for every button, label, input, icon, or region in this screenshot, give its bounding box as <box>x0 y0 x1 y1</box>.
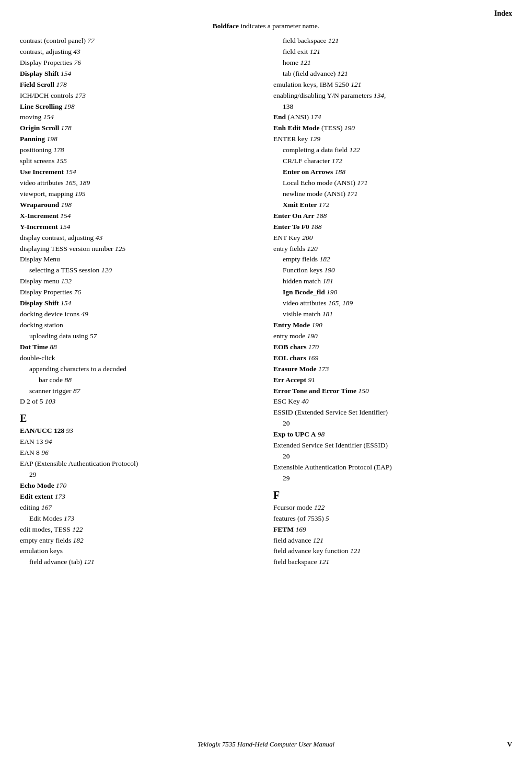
list-item: Display menu 132 <box>20 276 259 287</box>
page-number: 150 <box>358 387 368 395</box>
page-number: 178 <box>61 124 72 132</box>
page-number: 190 <box>312 321 322 329</box>
list-item: split screens 155 <box>20 156 259 167</box>
page-number: 121 <box>328 37 339 44</box>
page-number: 170 <box>308 343 319 351</box>
list-item: 20 <box>273 451 512 462</box>
intro-text: indicates a parameter name. <box>239 22 319 30</box>
page-number: 170 <box>56 481 66 489</box>
list-item: entry mode 190 <box>273 331 512 342</box>
list-item: edit modes, TESS 122 <box>20 524 259 535</box>
list-item: Y-Increment 154 <box>20 222 259 233</box>
left-column: contrast (control panel) 77contrast, adj… <box>20 36 259 568</box>
page-number: 198 <box>47 135 57 143</box>
bold-term: Ign Bcode_fld <box>283 288 325 296</box>
list-item: hidden match 181 <box>273 276 512 287</box>
page-number: 121 <box>319 558 329 566</box>
bold-term: Err Accept <box>273 376 306 384</box>
list-item: Enter On Arr 188 <box>273 211 512 222</box>
page-number: 77 <box>87 37 95 44</box>
bold-term: End <box>273 113 286 121</box>
list-item: EAP (Extensible Authentication Protocol) <box>20 458 259 469</box>
list-item: Err Accept 91 <box>273 375 512 386</box>
list-item: tab (field advance) 121 <box>273 68 512 79</box>
page-number: 122 <box>349 146 360 154</box>
bold-term: Exp to UPC A <box>273 430 316 438</box>
page-number: 91 <box>308 376 315 384</box>
page-number: 49 <box>81 310 88 318</box>
page-number: 121 <box>84 558 95 566</box>
page-number: 98 <box>318 430 325 438</box>
list-item: Enh Edit Mode (TESS) 190 <box>273 123 512 134</box>
page-number: 181 <box>322 277 333 285</box>
page-number: 154 <box>61 70 71 77</box>
list-item: editing 167 <box>20 502 259 513</box>
bold-term: Dot Time <box>20 343 48 351</box>
list-item: viewport, mapping 195 <box>20 189 259 200</box>
page-number: 198 <box>61 201 72 209</box>
page-number: 173 <box>318 365 329 373</box>
footer-center: Teklogix 7535 Hand-Held Computer User Ma… <box>198 740 334 749</box>
bold-term: X-Increment <box>20 212 59 220</box>
page-number: 172 <box>332 157 342 165</box>
bold-term: Line Scrolling <box>20 102 62 110</box>
list-item: 29 <box>20 469 259 480</box>
page-number: 188 <box>316 212 327 220</box>
list-item: Origin Scroll 178 <box>20 123 259 134</box>
list-item: Erasure Mode 173 <box>273 364 512 375</box>
list-item: Enter on Arrows 188 <box>273 167 512 178</box>
page-number: 190 <box>325 266 335 274</box>
page-number: 181 <box>322 310 333 318</box>
list-item: Edit extent 173 <box>20 491 259 502</box>
list-item: Echo Mode 170 <box>20 480 259 491</box>
page-number: 172 <box>319 201 329 209</box>
page-number: 76 <box>74 288 82 296</box>
list-item: 29 <box>273 473 512 484</box>
list-item: Extensible Authentication Protocol (EAP) <box>273 462 512 473</box>
list-item: CR/LF character 172 <box>273 156 512 167</box>
page-header: Index <box>20 9 512 18</box>
page-number: 167 <box>41 503 52 511</box>
list-item: scanner trigger 87 <box>20 386 259 397</box>
list-item: field advance key function 121 <box>273 546 512 557</box>
bold-term: Wraparound <box>20 201 59 209</box>
page-number: 200 <box>302 234 313 242</box>
list-item: Display Shift 154 <box>20 298 259 309</box>
bold-term: FETM <box>273 525 294 533</box>
page-number: 173 <box>75 91 86 99</box>
list-item: End (ANSI) 174 <box>273 112 512 123</box>
bold-term: Echo Mode <box>20 481 54 489</box>
list-item: Exp to UPC A 98 <box>273 429 512 440</box>
page-number: 190 <box>307 332 317 340</box>
list-item: FETM 169 <box>273 524 512 535</box>
list-item: Display Properties 76 <box>20 58 259 68</box>
list-item: EOL chars 169 <box>273 353 512 364</box>
list-item: Local Echo mode (ANSI) 171 <box>273 178 512 189</box>
page-number: 76 <box>74 59 82 66</box>
page-number: 122 <box>72 525 83 533</box>
list-item: Line Scrolling 198 <box>20 101 259 112</box>
page-number: 129 <box>310 135 320 143</box>
list-item: visible match 181 <box>273 309 512 320</box>
list-item: Display Properties 76 <box>20 287 259 298</box>
list-item: field backspace 121 <box>273 36 512 47</box>
bold-term: Error Tone and Error Time <box>273 387 356 395</box>
list-item: uploading data using 57 <box>20 331 259 342</box>
page-number: 154 <box>60 223 70 231</box>
bold-term: Use Increment <box>20 168 64 176</box>
list-item: Error Tone and Error Time 150 <box>273 386 512 397</box>
list-item: emulation keys, IBM 5250 121 <box>273 79 512 90</box>
right-column: field backspace 121field exit 121home 12… <box>273 36 512 568</box>
list-item: Display Menu <box>20 254 259 265</box>
list-item: ESSID (Extended Service Set Identifier) <box>273 407 512 418</box>
intro-line: Boldface indicates a parameter name. <box>20 22 512 30</box>
list-item: contrast (control panel) 77 <box>20 36 259 47</box>
list-item: ESC Key 40 <box>273 396 512 407</box>
list-item: D 2 of 5 103 <box>20 396 259 407</box>
page-number: 165, 189 <box>65 179 90 187</box>
list-item: bar code 88 <box>20 375 259 386</box>
bold-term: Entry Mode <box>273 321 310 329</box>
header-title: Index <box>494 9 512 17</box>
page-number: 165, 189 <box>328 299 353 307</box>
list-item: EAN/UCC 128 93 <box>20 426 259 437</box>
